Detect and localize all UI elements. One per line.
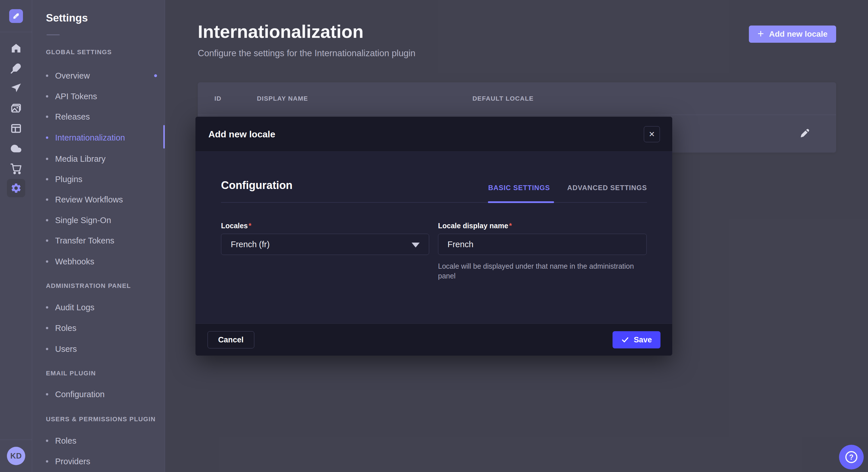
settings-tabs: BASIC SETTINGS ADVANCED SETTINGS	[488, 184, 647, 192]
locales-label-text: Locales	[221, 222, 248, 230]
modal-title: Add new locale	[208, 117, 275, 152]
tab-advanced-settings[interactable]: ADVANCED SETTINGS	[567, 184, 647, 192]
configuration-title: Configuration	[221, 179, 292, 192]
strapi-admin-screen: KD Settings GLOBAL SETTINGS Overview API…	[0, 0, 868, 472]
save-button[interactable]: Save	[613, 331, 660, 348]
modal-body: Configuration BASIC SETTINGS ADVANCED SE…	[195, 152, 672, 324]
tab-basic-settings[interactable]: BASIC SETTINGS	[488, 184, 550, 192]
locales-field-label: Locales*	[221, 222, 251, 230]
close-icon: ✕	[649, 130, 655, 139]
cancel-button[interactable]: Cancel	[208, 331, 254, 348]
active-tab-underline	[488, 201, 554, 203]
display-name-hint: Locale will be displayed under that name…	[438, 261, 642, 281]
check-icon	[621, 336, 629, 344]
modal-footer: Cancel Save	[195, 324, 672, 356]
locales-select[interactable]: French (fr)	[221, 234, 429, 255]
display-name-input[interactable]	[438, 234, 647, 255]
tabs-divider	[221, 202, 647, 203]
display-name-field-label: Locale display name*	[438, 222, 512, 230]
modal-header: Add new locale ✕	[195, 117, 672, 152]
display-name-label-text: Locale display name	[438, 222, 508, 230]
required-asterisk: *	[509, 222, 512, 230]
save-button-label: Save	[634, 336, 652, 344]
required-asterisk: *	[249, 222, 251, 230]
close-modal-button[interactable]: ✕	[644, 126, 660, 142]
chevron-down-icon	[412, 243, 420, 247]
add-locale-modal: Add new locale ✕ Configuration BASIC SET…	[195, 117, 672, 356]
locales-select-value: French (fr)	[231, 234, 270, 255]
